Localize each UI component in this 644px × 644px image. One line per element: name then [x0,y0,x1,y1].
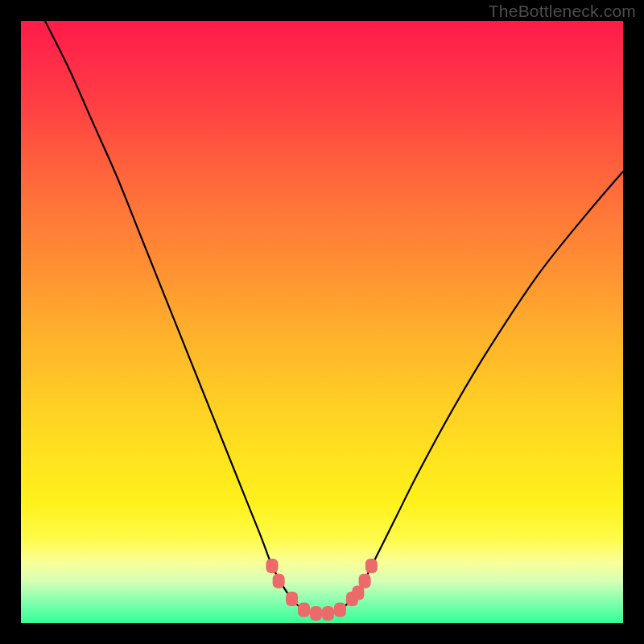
bottleneck-curve [45,21,623,614]
curve-marker [286,592,298,606]
chart-frame: TheBottleneck.com [0,0,644,644]
curve-marker [310,606,322,621]
plot-area [21,21,623,623]
curve-marker [334,603,346,617]
curve-marker [322,606,334,621]
watermark-text: TheBottleneck.com [489,2,636,21]
curve-markers [266,559,377,621]
curve-marker [298,603,310,617]
curve-marker [359,574,371,588]
curve-marker [365,559,378,573]
curve-layer [21,21,623,623]
curve-marker [266,559,278,573]
curve-marker [273,574,285,588]
